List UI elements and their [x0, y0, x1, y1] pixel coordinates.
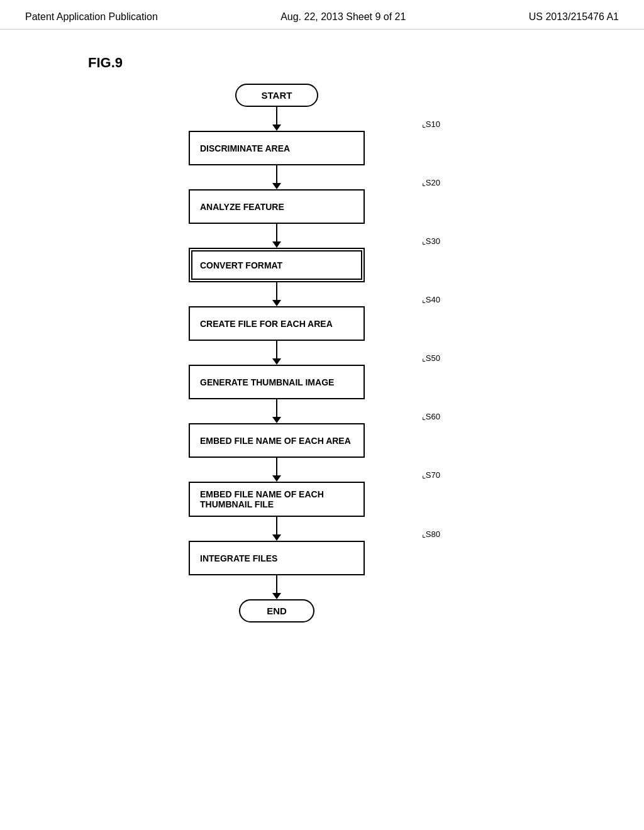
header-center: Aug. 22, 2013 Sheet 9 of 21 — [280, 11, 406, 23]
arrow-head — [272, 124, 281, 131]
arrow-3 — [119, 224, 434, 248]
arrow-line — [276, 282, 277, 300]
step-s70-box: EMBED FILE NAME OF EACH THUMBNAIL FILE — [189, 482, 365, 517]
header-right: US 2013/215476 A1 — [529, 11, 619, 23]
figure-label: FIG.9 — [88, 55, 123, 71]
step-label-s20: ⌞S20 — [422, 178, 440, 187]
arrow-head — [272, 300, 281, 306]
step-s30-text: CONVERT FORMAT — [200, 260, 282, 270]
step-s70-text: EMBED FILE NAME OF EACH THUMBNAIL FILE — [200, 489, 353, 509]
arrow-head — [272, 534, 281, 541]
arrow-head — [272, 475, 281, 482]
arrow-1 — [119, 107, 434, 131]
step-s60-wrapper: ⌞S60 EMBED FILE NAME OF EACH AREA — [119, 423, 434, 458]
arrow-head — [272, 183, 281, 189]
step-s20-box: ANALYZE FEATURE — [189, 189, 365, 224]
step-s80-text: INTEGRATE FILES — [200, 553, 277, 563]
arrow-head — [272, 241, 281, 248]
step-s40-box: CREATE FILE FOR EACH AREA — [189, 306, 365, 341]
step-label-s70: ⌞S70 — [422, 470, 440, 480]
header-left: Patent Application Publication — [25, 11, 158, 23]
step-label-s60: ⌞S60 — [422, 412, 440, 421]
step-s50-wrapper: ⌞S50 GENERATE THUMBNAIL IMAGE — [119, 365, 434, 399]
arrow-8 — [119, 517, 434, 541]
end-box: END — [239, 599, 314, 622]
arrow-line — [276, 224, 277, 241]
step-label-s30: ⌞S30 — [422, 236, 440, 246]
arrow-line — [276, 107, 277, 124]
step-s20-text: ANALYZE FEATURE — [200, 202, 284, 212]
arrow-4 — [119, 282, 434, 306]
arrow-head — [272, 593, 281, 599]
page-header: Patent Application Publication Aug. 22, … — [0, 0, 644, 30]
step-s70-wrapper: ⌞S70 EMBED FILE NAME OF EACH THUMBNAIL F… — [119, 482, 434, 517]
step-label-s80: ⌞S80 — [422, 529, 440, 539]
start-node: START — [235, 84, 319, 107]
arrow-line — [276, 458, 277, 475]
end-node: END — [239, 599, 314, 622]
flowchart: START ⌞S10 DISCRIMINATE AREA ⌞S20 ANALYZ… — [119, 84, 434, 622]
step-label-s50: ⌞S50 — [422, 353, 440, 363]
step-s50-text: GENERATE THUMBNAIL IMAGE — [200, 377, 334, 387]
step-s20-wrapper: ⌞S20 ANALYZE FEATURE — [119, 189, 434, 224]
step-s30-box: CONVERT FORMAT — [189, 248, 365, 282]
step-s30-wrapper: ⌞S30 CONVERT FORMAT — [119, 248, 434, 282]
arrow-5 — [119, 341, 434, 365]
start-box: START — [235, 84, 319, 107]
step-s60-box: EMBED FILE NAME OF EACH AREA — [189, 423, 365, 458]
arrow-line — [276, 341, 277, 358]
step-s40-wrapper: ⌞S40 CREATE FILE FOR EACH AREA — [119, 306, 434, 341]
step-s80-wrapper: ⌞S80 INTEGRATE FILES — [119, 541, 434, 575]
step-s80-box: INTEGRATE FILES — [189, 541, 365, 575]
step-s10-text: DISCRIMINATE AREA — [200, 143, 290, 153]
arrow-line — [276, 165, 277, 183]
arrow-7 — [119, 458, 434, 482]
arrow-6 — [119, 399, 434, 423]
step-s10-wrapper: ⌞S10 DISCRIMINATE AREA — [119, 131, 434, 165]
step-s60-text: EMBED FILE NAME OF EACH AREA — [200, 436, 351, 446]
step-label-s40: ⌞S40 — [422, 295, 440, 304]
arrow-line — [276, 517, 277, 534]
arrow-9 — [119, 575, 434, 599]
arrow-head — [272, 417, 281, 423]
step-s40-text: CREATE FILE FOR EACH AREA — [200, 319, 333, 329]
step-s50-box: GENERATE THUMBNAIL IMAGE — [189, 365, 365, 399]
arrow-line — [276, 399, 277, 417]
arrow-2 — [119, 165, 434, 189]
page-content: FIG.9 START ⌞S10 DISCRIMINATE AREA ⌞S20 — [0, 30, 644, 622]
step-s10-box: DISCRIMINATE AREA — [189, 131, 365, 165]
step-label-s10: ⌞S10 — [422, 119, 440, 129]
arrow-head — [272, 358, 281, 365]
arrow-line — [276, 575, 277, 593]
